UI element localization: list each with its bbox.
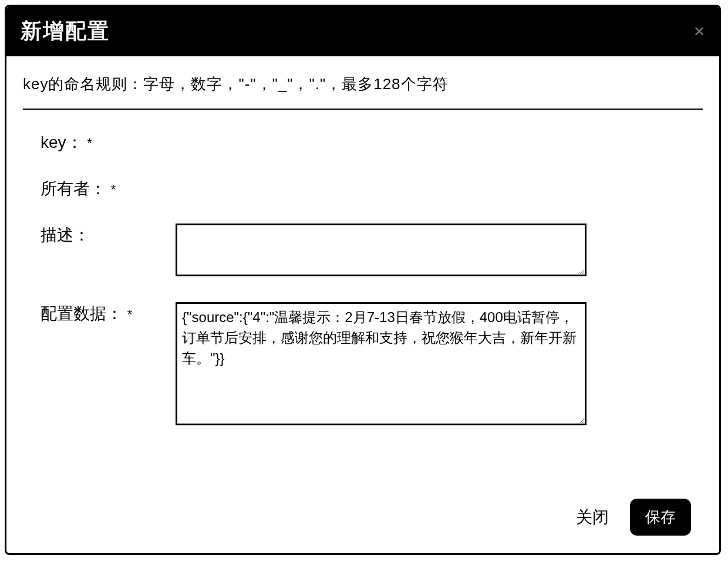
modal-footer: 关闭 保存	[6, 493, 719, 553]
config-data-label: 配置数据： *	[41, 302, 176, 325]
form-row-description: 描述：	[41, 224, 697, 279]
modal-dialog: 新增配置 ✕ key的命名规则：字母，数字，"-"，"_"，"."，最多128个…	[5, 5, 721, 555]
key-required-mark: *	[87, 136, 92, 150]
save-button[interactable]: 保存	[630, 499, 691, 536]
form-row-config-data: 配置数据： *	[41, 302, 697, 428]
description-control	[176, 224, 697, 279]
owner-label: 所有者： *	[41, 177, 176, 200]
description-label: 描述：	[41, 224, 176, 246]
config-data-textarea[interactable]	[176, 302, 587, 425]
modal-header: 新增配置 ✕	[6, 6, 719, 56]
form-row-key: key： *	[41, 131, 697, 154]
config-data-label-text: 配置数据：	[41, 304, 123, 323]
key-label: key： *	[41, 131, 176, 154]
modal-body: key的命名规则：字母，数字，"-"，"_"，"."，最多128个字符 key：…	[6, 56, 719, 493]
divider	[23, 109, 703, 110]
config-data-control	[176, 302, 697, 428]
config-data-required-mark: *	[127, 307, 133, 322]
form-area: key： * 所有者： * 描述：	[23, 131, 703, 451]
naming-rule-text: key的命名规则：字母，数字，"-"，"_"，"."，最多128个字符	[23, 74, 703, 94]
owner-label-text: 所有者：	[41, 180, 106, 198]
owner-required-mark: *	[111, 182, 116, 197]
key-label-text: key：	[41, 133, 83, 151]
description-textarea[interactable]	[176, 224, 587, 276]
close-button[interactable]: 关闭	[576, 506, 609, 529]
description-label-text: 描述：	[41, 226, 90, 244]
modal-title: 新增配置	[21, 17, 110, 46]
close-icon[interactable]: ✕	[693, 23, 705, 40]
form-row-owner: 所有者： *	[41, 177, 697, 200]
